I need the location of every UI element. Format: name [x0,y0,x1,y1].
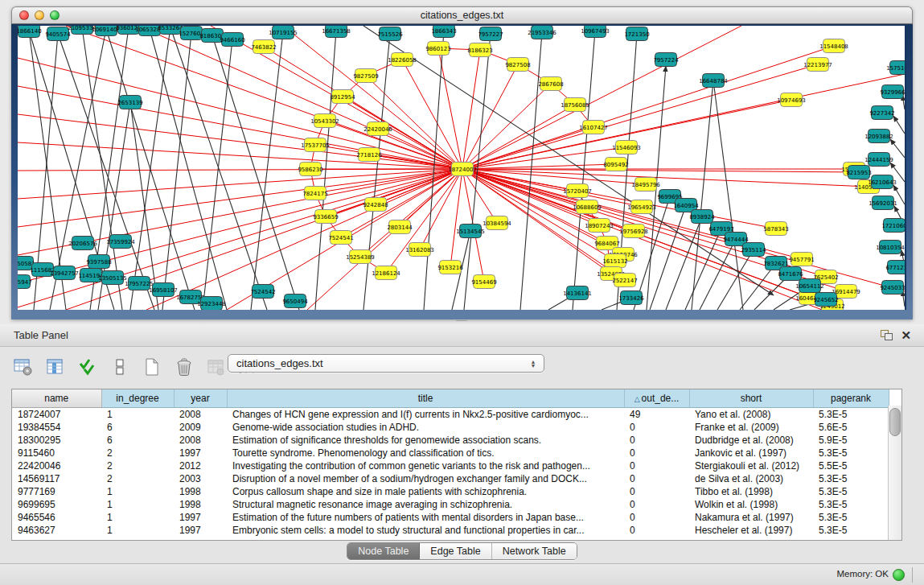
table-cell[interactable]: 9463627 [12,524,101,537]
table-cell[interactable]: Genome-wide association studies in ADHD. [227,421,624,434]
table-cell[interactable]: 5.3E-5 [813,511,889,524]
table-row[interactable]: 969969511998Structural magnetic resonanc… [12,498,889,511]
graph-edge[interactable] [462,169,905,291]
table-cell[interactable]: 2003 [174,472,227,485]
graph-node[interactable]: 13505135 [98,271,127,285]
table-cell[interactable]: 1 [101,511,174,524]
table-cell[interactable]: 1 [101,408,174,422]
table-cell[interactable]: 0 [624,459,689,472]
table-cell[interactable]: 1 [101,524,174,537]
graph-node[interactable]: 16210643 [868,175,897,189]
table-cell[interactable]: Estimation of significance thresholds fo… [227,434,624,447]
graph-node[interactable]: 15254389 [346,250,375,264]
table-cell[interactable]: 5.3E-5 [813,524,889,537]
table-cell[interactable]: 14569117 [12,472,101,485]
graph-node[interactable]: 10974693 [777,93,806,107]
graph-edge[interactable] [438,48,462,169]
graph-node[interactable]: 9466160 [220,33,244,47]
graph-node[interactable]: 8471676 [778,267,803,281]
table-cell[interactable]: 5.3E-5 [813,408,889,422]
table-cell[interactable]: 5.3E-5 [813,472,889,485]
graph-node[interactable]: 13162083 [405,243,434,257]
table-cell[interactable]: 1 [101,485,174,498]
graph-node[interactable]: 2803144 [387,220,413,234]
graph-node[interactable]: 12444159 [864,153,893,167]
graph-edge[interactable] [520,32,542,310]
graph-edge[interactable] [713,80,743,310]
graph-node[interactable]: 8095492 [603,158,628,171]
table-cell[interactable]: 5.5E-5 [813,459,889,472]
graph-edge[interactable] [326,169,462,216]
table-cell[interactable]: 18300295 [12,434,101,447]
graph-node[interactable]: 18495796 [631,178,660,192]
table-cell[interactable]: 2008 [174,408,227,422]
table-cell[interactable]: Embryonic stem cells: a model to study s… [227,524,624,537]
table-cell[interactable]: Corpus callosum shape and size in male p… [227,485,624,498]
column-header-pagerank[interactable]: pagerank [813,389,889,408]
graph-node[interactable]: 1866140 [18,26,42,38]
graph-node[interactable]: 9242848 [363,198,388,212]
table-settings-icon[interactable] [13,356,34,377]
table-cell[interactable]: Jankovic et al. (1997) [689,447,813,459]
graph-edge[interactable] [462,50,480,169]
scrollbar-thumb[interactable] [889,408,901,436]
table-cell[interactable]: 2009 [174,421,227,434]
column-header-short[interactable]: short [689,389,813,408]
table-cell[interactable]: 2 [101,472,174,485]
table-cell[interactable]: 5.3E-5 [813,485,889,498]
graph-edge[interactable] [650,205,686,310]
graph-node[interactable]: 11546093 [612,141,641,154]
graph-node[interactable]: 9650494 [282,295,308,308]
graph-node[interactable]: 9153216 [437,261,463,274]
graph-node[interactable]: 10688609 [573,200,602,214]
float-panel-icon[interactable] [881,330,893,340]
table-cell[interactable]: 5.3E-5 [813,447,889,459]
graph-node[interactable]: 10967493 [581,26,610,38]
table-cell[interactable]: 0 [624,472,689,485]
graph-node[interactable]: 9245652 [813,293,838,307]
table-cell[interactable]: 0 [624,511,689,524]
table-cell[interactable]: Tourette syndrome. Phenomenology and cla… [227,447,624,459]
table-cell[interactable]: 22420046 [12,459,101,472]
table-cell[interactable]: 0 [624,434,689,447]
table-cell[interactable]: de Silva et al. (2003) [689,472,813,485]
graph-node[interactable]: 9827509 [353,69,378,83]
graph-node[interactable]: 13942757 [50,266,79,280]
graph-edge[interactable] [692,80,713,310]
new-table-icon[interactable] [142,356,162,377]
graph-edge[interactable] [462,164,616,169]
graph-node[interactable]: 7957224 [653,53,679,67]
delete-icon[interactable] [174,356,195,377]
network-canvas[interactable]: 1872400718226058982750989129541054330217… [18,26,905,310]
table-cell[interactable]: 6 [101,421,174,434]
graph-edge[interactable] [18,58,462,169]
table-row[interactable]: 1872400712008Changes of HCN gene express… [12,408,889,422]
table-row[interactable]: 1938455462009Genome-wide association stu… [12,421,889,434]
graph-edge[interactable] [162,33,191,310]
table-cell[interactable]: 2008 [174,434,227,447]
table-row[interactable]: 1830029562008Estimation of significance … [12,434,889,447]
graph-node[interactable]: 9329966 [880,85,905,99]
graph-node[interactable]: 15692031 [869,196,897,210]
table-cell[interactable]: Investigating the contribution of common… [227,459,624,472]
table-cell[interactable]: 2 [101,447,174,459]
table-cell[interactable]: 0 [624,498,689,511]
table-row[interactable]: 946554611997Estimation of the future num… [12,511,889,524]
graph-node[interactable]: 2522147 [612,274,637,287]
column-header-out-de-[interactable]: △out_de... [624,389,689,408]
graph-node[interactable]: 20206576 [68,237,97,250]
graph-node[interactable]: 7824175 [302,187,327,200]
graph-node[interactable]: 7515526 [377,27,403,41]
graph-node[interactable]: 9827508 [505,58,530,72]
graph-edge[interactable] [893,116,905,134]
table-cell[interactable]: Franke et al. (2009) [689,421,813,434]
graph-node[interactable]: 1733426 [618,291,644,305]
graph-edge[interactable] [462,147,626,169]
graph-node[interactable]: 15134545 [456,225,485,238]
table-cell[interactable]: 5.9E-5 [813,434,889,447]
close-panel-icon[interactable]: ✕ [901,330,911,340]
graph-node[interactable]: 15720407 [563,184,592,198]
table-cell[interactable]: 0 [624,447,689,459]
table-cell[interactable]: 0 [624,485,689,498]
graph-node[interactable]: 9245033 [880,281,905,295]
